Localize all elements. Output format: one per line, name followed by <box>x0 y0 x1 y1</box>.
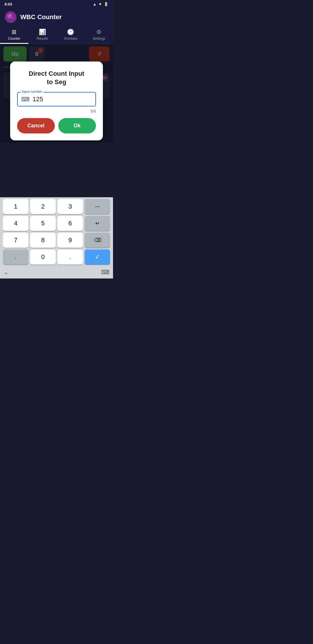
input-label: Input number <box>21 90 43 94</box>
keyboard-hide-button[interactable]: ⌄ <box>3 269 8 276</box>
keyboard-bottom-bar: ⌄ ⌨ <box>0 266 113 278</box>
key-backspace[interactable]: ⌫ <box>85 233 110 248</box>
keyboard-switch-button[interactable]: ⌨ <box>101 269 110 276</box>
key-return[interactable]: ↵ <box>85 216 110 231</box>
tab-bar: ⊞ Counter 📊 Results 🕐 Archives ⚙ Setting… <box>0 26 113 44</box>
tab-counter[interactable]: ⊞ Counter <box>0 26 28 44</box>
svg-point-2 <box>11 17 14 19</box>
keyboard: 1 2 3 — 4 5 6 ↵ 7 8 9 ⌫ , 0 . ✓ ⌄ ⌨ <box>0 197 113 278</box>
tab-results[interactable]: 📊 Results <box>28 26 57 44</box>
key-9[interactable]: 9 <box>57 233 83 248</box>
key-3[interactable]: 3 <box>57 199 83 214</box>
app-logo-icon <box>5 11 17 23</box>
status-icons: ▲ ▼ 🔋 <box>93 2 108 6</box>
results-tab-label: Results <box>37 37 48 41</box>
dialog-title: Direct Count Inputto Seg <box>17 70 96 86</box>
key-0[interactable]: 0 <box>30 249 56 265</box>
battery-icon: 🔋 <box>104 2 108 6</box>
app-header: WBC Counter <box>0 8 113 26</box>
tab-archives[interactable]: 🕐 Archives <box>57 26 85 44</box>
input-value[interactable]: 125 <box>32 95 43 103</box>
background-content: Up 0 0 ↺ << nRBC Baso 1 Eos 10 Mono 23 D… <box>0 44 113 143</box>
input-wrapper[interactable]: Input number ⌨ 125 <box>17 92 96 106</box>
keyboard-row-4: , 0 . ✓ <box>1 249 112 265</box>
keyboard-icon: ⌨ <box>21 96 30 103</box>
ok-button[interactable]: Ok <box>58 118 96 133</box>
key-2[interactable]: 2 <box>30 199 56 214</box>
keyboard-row-1: 1 2 3 — <box>1 199 112 214</box>
status-bar: 6:03 ▲ ▼ 🔋 <box>0 0 113 8</box>
settings-tab-label: Settings <box>93 37 105 41</box>
key-confirm[interactable]: ✓ <box>85 249 110 265</box>
key-comma[interactable]: , <box>3 249 28 265</box>
counter-tab-label: Counter <box>8 37 20 41</box>
key-period[interactable]: . <box>57 249 83 265</box>
key-7[interactable]: 7 <box>3 233 28 248</box>
results-tab-icon: 📊 <box>39 28 46 35</box>
wifi-icon: ▼ <box>98 2 102 6</box>
keyboard-row-2: 4 5 6 ↵ <box>1 216 112 231</box>
cancel-button[interactable]: Cancel <box>17 118 55 133</box>
key-4[interactable]: 4 <box>3 216 28 231</box>
svg-point-3 <box>10 14 12 16</box>
app-title: WBC Counter <box>20 13 62 21</box>
key-8[interactable]: 8 <box>30 233 56 248</box>
key-dash[interactable]: — <box>85 199 110 214</box>
archives-tab-icon: 🕐 <box>67 28 74 35</box>
char-count: 3/4 <box>17 109 96 113</box>
key-1[interactable]: 1 <box>3 199 28 214</box>
settings-tab-icon: ⚙ <box>96 28 101 35</box>
key-5[interactable]: 5 <box>30 216 56 231</box>
keyboard-row-3: 7 8 9 ⌫ <box>1 233 112 248</box>
key-6[interactable]: 6 <box>57 216 83 231</box>
status-time: 6:03 <box>5 2 12 6</box>
signal-icon: ▲ <box>93 2 97 6</box>
counter-tab-icon: ⊞ <box>12 28 17 35</box>
keyboard-rows: 1 2 3 — 4 5 6 ↵ 7 8 9 ⌫ , 0 . ✓ <box>0 197 113 266</box>
direct-count-dialog: Direct Count Inputto Seg Input number ⌨ … <box>10 61 103 140</box>
tab-settings[interactable]: ⚙ Settings <box>85 26 113 44</box>
archives-tab-label: Archives <box>64 37 77 41</box>
dialog-buttons: Cancel Ok <box>17 118 96 133</box>
